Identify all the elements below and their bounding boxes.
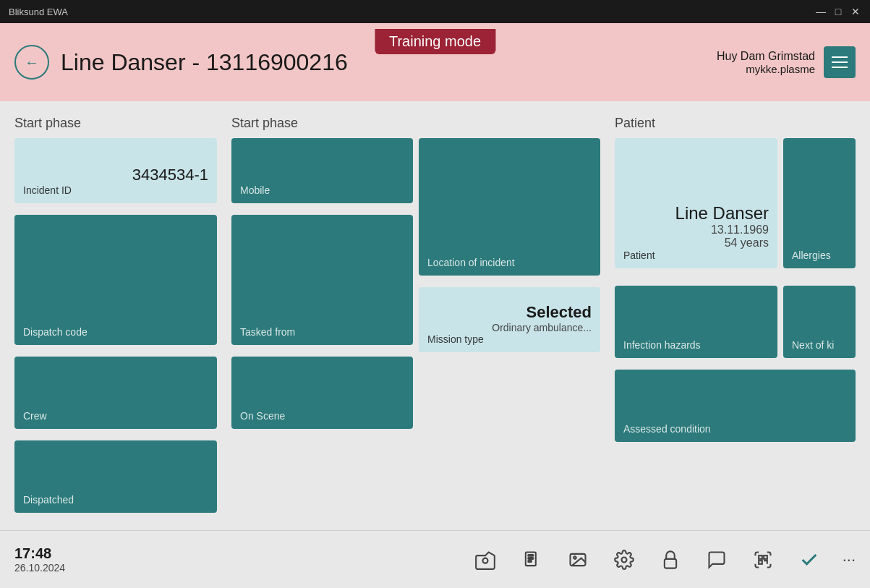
patient-name-tile[interactable]: Line Danser 13.11.1969 54 years Patient	[615, 138, 777, 268]
training-mode-badge: Training mode	[375, 29, 495, 54]
on-scene-label: On Scene	[240, 410, 404, 422]
menu-line-3	[832, 67, 848, 68]
svg-rect-10	[764, 555, 767, 559]
patient-bottom-row-1: Infection hazards Next of ki	[615, 286, 856, 364]
main-content: Start phase 3434534-1 Incident ID Dispat…	[0, 101, 870, 588]
middle-top-area: Mobile Tasked from On Scene Locatio	[231, 138, 600, 435]
svg-point-6	[573, 556, 576, 559]
dispatch-code-tile[interactable]: Dispatch code	[14, 215, 217, 345]
menu-line-2	[832, 61, 848, 63]
crew-label: Crew	[23, 410, 208, 422]
date-display: 26.10.2024	[14, 562, 65, 574]
user-info: Huy Dam Grimstad mykke.plasme	[717, 50, 815, 75]
patient-age: 54 years	[623, 237, 769, 250]
mobile-tile[interactable]: Mobile	[231, 138, 413, 203]
infection-hazards-label: Infection hazards	[623, 339, 769, 351]
svg-rect-11	[759, 561, 762, 564]
scan-icon[interactable]	[750, 547, 776, 573]
svg-rect-2	[528, 555, 533, 556]
user-name: Huy Dam Grimstad	[717, 50, 815, 63]
mobile-label: Mobile	[240, 184, 404, 196]
tasked-from-tile[interactable]: Tasked from	[231, 215, 413, 345]
infection-hazards-tile[interactable]: Infection hazards	[615, 286, 777, 358]
next-of-kin-tile[interactable]: Next of ki	[783, 286, 856, 358]
location-tile[interactable]: Location of incident	[419, 138, 600, 276]
assessed-condition-tile[interactable]: Assessed condition	[615, 370, 856, 442]
patient-bottom-row-2: Assessed condition	[615, 370, 856, 448]
mission-value: Ordinary ambulance...	[427, 322, 592, 333]
dispatched-label: Dispatched	[23, 494, 208, 506]
menu-line-1	[832, 56, 848, 58]
clock: 17:48 26.10.2024	[14, 545, 65, 574]
bottom-bar: 17:48 26.10.2024	[0, 530, 870, 588]
crew-tile[interactable]: Crew	[14, 357, 217, 429]
patient-dob: 13.11.1969	[623, 223, 769, 237]
more-options-icon[interactable]: ···	[843, 550, 856, 569]
svg-rect-3	[528, 558, 533, 559]
svg-point-0	[482, 558, 487, 563]
user-sub: mykke.plasme	[717, 63, 815, 75]
right-section-header: Patient	[615, 116, 856, 131]
assessed-condition-label: Assessed condition	[623, 423, 847, 435]
middle-right-sub: Location of incident Selected Ordinary a…	[419, 138, 600, 435]
minimize-button[interactable]: —	[815, 6, 827, 17]
check-icon[interactable]	[796, 547, 822, 573]
svg-point-7	[621, 557, 626, 562]
window-controls: — □ ✕	[815, 6, 861, 17]
photo-icon[interactable]	[565, 547, 591, 573]
back-button[interactable]: ←	[14, 45, 49, 80]
next-of-kin-label: Next of ki	[792, 339, 847, 351]
on-scene-tile[interactable]: On Scene	[231, 357, 413, 429]
app-title: Bliksund EWA	[9, 7, 68, 17]
menu-button[interactable]	[824, 46, 856, 78]
left-column: Start phase 3434534-1 Incident ID Dispat…	[14, 116, 217, 523]
title-bar: Bliksund EWA — □ ✕	[0, 0, 870, 23]
mission-type-label: Mission type	[427, 333, 592, 345]
tasked-from-label: Tasked from	[240, 326, 404, 338]
incident-id-value: 3434534-1	[23, 166, 208, 184]
header: ← Line Danser - 13116900216 Training mod…	[0, 23, 870, 101]
patient-name-value: Line Danser	[623, 203, 769, 223]
content-area: Start phase 3434534-1 Incident ID Dispat…	[0, 101, 870, 530]
document-icon[interactable]	[519, 547, 545, 573]
camera-icon[interactable]	[472, 547, 498, 573]
back-icon: ←	[25, 54, 39, 71]
mission-type-tile[interactable]: Selected Ordinary ambulance... Mission t…	[419, 287, 600, 352]
maximize-button[interactable]: □	[832, 6, 844, 17]
allergies-label: Allergies	[792, 250, 847, 261]
middle-left-sub: Mobile Tasked from On Scene	[231, 138, 413, 435]
bottom-toolbar: ···	[472, 547, 856, 573]
incident-id-label: Incident ID	[23, 184, 208, 196]
time-display: 17:48	[14, 545, 65, 562]
mission-selected-label: Selected	[427, 303, 592, 322]
dispatch-code-label: Dispatch code	[23, 326, 208, 338]
middle-column: Start phase Mobile Tasked from On Scene	[231, 116, 600, 523]
incident-id-tile[interactable]: 3434534-1 Incident ID	[14, 138, 217, 203]
settings-icon[interactable]	[611, 547, 637, 573]
svg-rect-8	[664, 558, 675, 568]
middle-section-header: Start phase	[231, 116, 600, 131]
left-section-header: Start phase	[14, 116, 217, 131]
right-column: Patient Line Danser 13.11.1969 54 years …	[615, 116, 856, 523]
patient-top-row: Line Danser 13.11.1969 54 years Patient …	[615, 138, 856, 274]
location-label: Location of incident	[427, 257, 592, 268]
svg-rect-4	[528, 561, 532, 562]
patient-label: Patient	[623, 250, 769, 261]
left-tiles: 3434534-1 Incident ID Dispatch code Crew…	[14, 138, 217, 519]
dispatched-tile[interactable]: Dispatched	[14, 440, 217, 513]
allergies-tile[interactable]: Allergies	[783, 138, 856, 268]
chat-icon[interactable]	[704, 547, 730, 573]
lock-icon[interactable]	[657, 547, 683, 573]
close-button[interactable]: ✕	[850, 6, 861, 17]
svg-rect-9	[759, 555, 762, 559]
